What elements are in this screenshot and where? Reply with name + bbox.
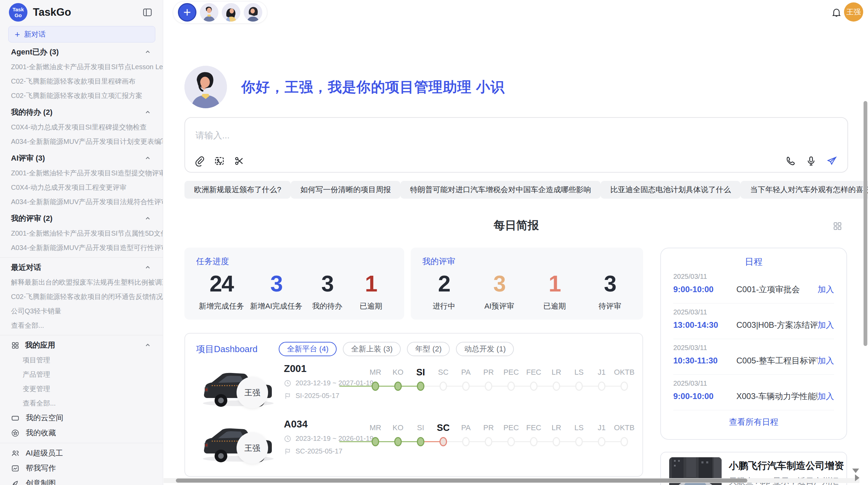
recent-chat-item[interactable]: C02-飞腾新能源轻客改款项目的闭环通告反馈情况 <box>0 289 163 304</box>
app-item-project-mgmt[interactable]: 项目管理 <box>0 353 163 367</box>
suggestion-chip[interactable]: 特朗普可能对进口汽车增税会对中国车企造成哪些影响 <box>400 181 601 199</box>
phone-call-icon[interactable] <box>785 156 796 166</box>
project-info: A034 2023-12-19 ~ 2026-01-19 SC-2025-05-… <box>284 419 363 455</box>
tab-new-platform[interactable]: 全新平台 (4) <box>279 342 337 356</box>
sidebar-item-cloud-space[interactable]: 我的云空间 <box>0 410 163 425</box>
vertical-scrollbar-thumb[interactable] <box>864 101 867 346</box>
suggestion-chip[interactable]: 欧洲新规最近颁布了什么? <box>184 181 291 199</box>
schedule-panel: 日程 2025/03/11 9:00-10:00 C001-立项审批会 加入 2… <box>660 248 847 440</box>
composer-right-icons <box>785 156 837 166</box>
new-chat-button[interactable]: + 新对话 <box>8 26 155 42</box>
section-header-agent-done[interactable]: Agent已办 (3) <box>0 45 163 60</box>
recent-view-all[interactable]: 查看全部... <box>0 318 163 333</box>
sidebar-header: Task Go TaskGo <box>0 0 163 25</box>
sidebar-item-help-me-write[interactable]: 帮我写作 <box>0 461 163 476</box>
scissors-icon[interactable] <box>234 156 245 166</box>
flag-label: SC-2025-05-17 <box>296 447 342 455</box>
app-item-product-mgmt[interactable]: 产品管理 <box>0 367 163 382</box>
suggestion-chip[interactable]: 当下年轻人对汽车外观有怎样的喜好趋势 <box>740 181 868 199</box>
sidebar-collapse-icon[interactable] <box>142 7 153 17</box>
suggestion-chip[interactable]: 比亚迪全固态电池计划具体说了什么 <box>601 181 740 199</box>
project-row-a034[interactable]: 王强 A034 2023-12-19 ~ 2026-01-19 SC-2025-… <box>185 416 642 471</box>
attachment-icon[interactable] <box>194 156 205 166</box>
view-all-schedule-link[interactable]: 查看所有日程 <box>661 410 846 427</box>
join-link[interactable]: 加入 <box>818 320 834 331</box>
sidebar-item[interactable]: A034-全新新能源MUV产品开发项目造型可行性评审 <box>0 240 163 255</box>
sidebar-item[interactable]: Z001-全新燃油皮卡产品开发项目SI节点Lesson Learn报告 <box>0 60 163 74</box>
milestone-label: LS <box>575 423 584 433</box>
chat-input-box[interactable]: 请输入... <box>184 117 848 173</box>
task-progress-card: 任务进度 24 新增完成任务 3 新增AI完成任务 3 我的待办 1 已逾期 <box>184 248 404 320</box>
sidebar-item[interactable]: C02-飞腾新能源轻客改款项目立项汇报方案 <box>0 88 163 103</box>
section-header-recent-chats[interactable]: 最近对话 <box>0 260 163 275</box>
notification-bell-icon[interactable] <box>831 7 842 18</box>
milestone-dot <box>553 437 560 446</box>
recent-chat-item[interactable]: 解释最新出台的欧盟报废车法规再生塑料比例被调至15%... <box>0 275 163 289</box>
sidebar-item[interactable]: Z001-全新燃油轻卡产品开发项目SI节点属性5D文件评审 <box>0 226 163 240</box>
horizontal-scrollbar-thumb[interactable] <box>176 478 747 483</box>
milestone-dot <box>372 382 379 391</box>
milestone-label: MR <box>370 423 381 433</box>
app-logo: Task Go <box>9 3 27 22</box>
cloud-space-icon <box>11 414 20 422</box>
add-contact-button[interactable] <box>178 3 196 22</box>
card-title: 任务进度 <box>196 256 393 267</box>
chevron-up-icon <box>144 49 151 55</box>
sidebar-item[interactable]: Z001-全新燃油轻卡产品开发项目SI造型提交物评审 <box>0 166 163 180</box>
user-avatar[interactable]: 王强 <box>844 2 863 22</box>
chevron-up-icon <box>144 215 151 222</box>
schedule-event: 2025/03/11 9:00-10:00 C001-立项审批会 加入 <box>661 268 846 303</box>
layout-grid-icon[interactable] <box>832 221 843 231</box>
join-link[interactable]: 加入 <box>818 355 834 366</box>
event-date: 2025/03/11 <box>673 344 834 352</box>
sidebar-item-label: 我的云空间 <box>26 413 63 423</box>
join-link[interactable]: 加入 <box>818 391 834 402</box>
join-link[interactable]: 加入 <box>818 284 834 295</box>
milestone-label: KO <box>393 423 403 433</box>
project-row-z001[interactable]: 王强 Z001 2023-12-19 ~ 2027-01-19 SI-2025-… <box>185 361 642 415</box>
avatar-contact-2[interactable] <box>222 3 240 22</box>
section-title: Agent已办 (3) <box>11 47 59 57</box>
sidebar-item-ai-super-staff[interactable]: AI超级员工 <box>0 446 163 461</box>
milestone-dot <box>417 382 424 391</box>
tab-model-year[interactable]: 年型 (2) <box>407 342 450 356</box>
sidebar-item[interactable]: A034-全新新能源MUV产品开发项目法规符合性评审 <box>0 195 163 209</box>
scrollbar-down-arrow[interactable] <box>852 469 859 473</box>
milestone-dot <box>417 437 424 446</box>
microphone-icon[interactable] <box>806 156 817 166</box>
sidebar-item[interactable]: C02-飞腾新能源轻客改款项目里程碑画布 <box>0 74 163 88</box>
milestone-label: PR <box>483 367 494 377</box>
metric-label: 已逾期 <box>352 301 390 311</box>
sidebar-item-favorites[interactable]: 我的收藏 <box>0 425 163 440</box>
sidebar: Task Go TaskGo + 新对话 Agent已办 (3) Z001-全新… <box>0 0 163 485</box>
scrollbar-right-arrow[interactable] <box>855 474 859 481</box>
divider <box>0 443 163 443</box>
app-item-change-mgmt[interactable]: 变更管理 <box>0 382 163 396</box>
suggestion-chip[interactable]: 如何写一份清晰的项目周报 <box>291 181 400 199</box>
tab-new-body[interactable]: 全新上装 (3) <box>343 342 401 356</box>
metric-new-done: 24 新增完成任务 <box>199 270 244 311</box>
milestone-label: PR <box>483 423 494 433</box>
sidebar-item-creative-drawing[interactable]: 创意制图 <box>0 476 163 485</box>
milestone-dot <box>620 382 628 391</box>
screenshot-icon[interactable] <box>214 156 225 166</box>
section-header-my-apps[interactable]: 我的应用 <box>0 338 163 353</box>
sidebar-item[interactable]: C0X4-动力总成开发项目SI里程碑提交物检查 <box>0 120 163 134</box>
metric-label: 新增完成任务 <box>199 301 244 311</box>
section-header-my-todo[interactable]: 我的待办 (2) <box>0 105 163 120</box>
image-pen-icon <box>11 464 20 473</box>
avatar-contact-1[interactable] <box>200 3 218 22</box>
send-icon[interactable] <box>826 156 837 166</box>
apps-view-all[interactable]: 查看全部... <box>0 396 163 410</box>
sidebar-item[interactable]: A034-全新新能源MUV产品开发项目计划变更表编写 <box>0 134 163 149</box>
recent-chat-item[interactable]: 公司Q3轻卡销量 <box>0 304 163 318</box>
milestone-dot <box>485 382 492 391</box>
tab-powertrain[interactable]: 动总开发 (1) <box>456 342 514 356</box>
section-header-my-review[interactable]: 我的评审 (2) <box>0 211 163 226</box>
my-review-card: 我的评审 2 进行中 3 AI预评审 1 已逾期 3 待评审 <box>411 248 643 320</box>
avatar-contact-3[interactable] <box>244 3 262 22</box>
section-header-ai-review[interactable]: AI评审 (3) <box>0 151 163 166</box>
assistant-avatar <box>184 66 227 108</box>
event-name: C005-整车工程目标评审 <box>725 355 818 366</box>
sidebar-item[interactable]: C0X4-动力总成开发项目工程变更评审 <box>0 180 163 195</box>
